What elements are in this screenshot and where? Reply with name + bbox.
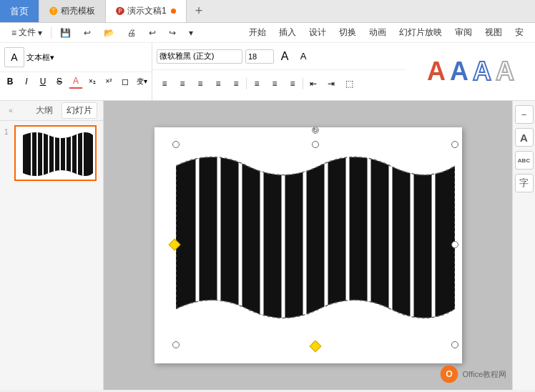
font-color-btn[interactable]: A [69, 74, 83, 89]
indent-less-btn[interactable]: ⇤ [305, 76, 321, 92]
sidebar-tabs: « 大纲 幻灯片 [0, 101, 103, 121]
big-a-solid-red[interactable]: A [427, 59, 446, 84]
bold-btn[interactable]: B [3, 74, 17, 89]
rotation-handle[interactable]: ↻ [312, 127, 319, 134]
tab-presentation[interactable]: 🅟 演示文稿1 [106, 0, 187, 22]
align-divider2 [303, 78, 303, 89]
alignment-row: ≡ ≡ ≡ ≡ ≡ ≡ ≡ ≡ ⇤ ⇥ ⬚ [152, 70, 406, 97]
align-right-btn[interactable]: ≡ [192, 76, 208, 92]
menu-bar: ≡ 文件 ▾ 💾 ↩ 📂 🖨 ↩ ↪ ▾ 开始 插入 设计 切换 动画 幻灯片放… [0, 23, 535, 43]
menu-design[interactable]: 设计 [303, 25, 332, 40]
menu-file[interactable]: ≡ 文件 ▾ [6, 25, 48, 40]
watermark: O Office教程网 [439, 364, 506, 384]
menu-icon: ≡ [11, 28, 16, 38]
menu-file-arrow: ▾ [38, 28, 42, 38]
ppt-icon: 🅟 [116, 6, 124, 16]
wave-stripe-shape [176, 144, 455, 345]
clear-format-btn[interactable]: ◻ [118, 74, 132, 89]
slide-thumb-1[interactable] [14, 125, 97, 181]
quickaccess-redo[interactable]: ↪ [163, 26, 182, 39]
align-dist-btn[interactable]: ≡ [228, 76, 244, 92]
menu-start[interactable]: 开始 [243, 25, 272, 40]
tab-add-button[interactable]: + [187, 0, 212, 22]
tab-home-label: 首页 [10, 5, 29, 18]
align-left-btn[interactable]: ≡ [157, 76, 172, 92]
char-spacing-btn[interactable]: 变▾ [134, 74, 149, 89]
selected-shape[interactable]: ↻ [176, 144, 455, 345]
toolbar-left: A 文本框▾ B I U S A ×₂ ×² ◻ 变▾ [0, 43, 152, 100]
ribbon: ≡ 文件 ▾ 💾 ↩ 📂 🖨 ↩ ↪ ▾ 开始 插入 设计 切换 动画 幻灯片放… [0, 23, 535, 101]
big-a-blue-outline[interactable]: A [473, 59, 491, 84]
quickaccess-print[interactable]: 🖨 [122, 26, 142, 39]
toolbar-right: A A A A [406, 43, 535, 100]
big-a-blue[interactable]: A [450, 59, 468, 84]
quickaccess-undo[interactable]: ↩ [78, 26, 97, 39]
quickaccess-undo2[interactable]: ↩ [143, 26, 162, 39]
font-size-input[interactable] [245, 49, 274, 64]
align-divider [246, 78, 247, 89]
font-size-up-btn[interactable]: A [277, 49, 293, 64]
big-a-gray-outline[interactable]: A [496, 59, 514, 84]
toolbar-middle: A A ≡ ≡ ≡ ≡ ≡ ≡ ≡ ≡ ⇤ ⇥ ⬚ [152, 43, 406, 100]
underline-btn[interactable]: U [36, 74, 50, 89]
template-icon: 🅣 [49, 6, 58, 16]
slide-item-1: 1 [3, 124, 100, 182]
rp-minus-btn[interactable]: − [515, 105, 534, 124]
font-name-input[interactable] [157, 49, 242, 64]
collapse-btn[interactable]: « [6, 106, 16, 116]
quickaccess-save[interactable]: 💾 [54, 26, 77, 39]
handle-top-left[interactable] [172, 141, 180, 148]
toolbar: A 文本框▾ B I U S A ×₂ ×² ◻ 变▾ [0, 43, 535, 100]
menu-animation[interactable]: 动画 [363, 25, 392, 40]
tab-outline[interactable]: 大纲 [31, 103, 57, 118]
handle-bottom-left[interactable] [172, 341, 180, 348]
bullet-btn[interactable]: ≡ [267, 76, 283, 92]
handle-top-right[interactable] [451, 141, 458, 148]
strikethrough-btn[interactable]: S [52, 74, 67, 89]
menu-insert[interactable]: 插入 [273, 25, 302, 40]
font-size-down-btn[interactable]: A [295, 49, 311, 64]
textbox-icon-btn[interactable]: A [4, 47, 24, 67]
handle-bottom-right[interactable] [451, 341, 458, 348]
quickaccess-more[interactable]: ▾ [183, 26, 199, 39]
indent-more-btn[interactable]: ⇥ [323, 76, 339, 92]
align-center-btn[interactable]: ≡ [175, 76, 190, 92]
superscript-btn[interactable]: ×² [102, 74, 116, 89]
menu-file-label: 文件 [19, 26, 36, 39]
quickaccess-open[interactable]: 📂 [98, 26, 120, 39]
subscript-btn[interactable]: ×₂ [85, 74, 99, 89]
tab-presentation-label: 演示文稿1 [127, 5, 167, 17]
line-spacing-btn[interactable]: ≡ [249, 76, 265, 92]
divider [51, 27, 51, 39]
menu-transition[interactable]: 切换 [333, 25, 362, 40]
font-controls: B I U S A ×₂ ×² ◻ 变▾ [0, 72, 152, 90]
tab-template-label: 稻壳模板 [61, 5, 95, 17]
italic-btn[interactable]: I [19, 74, 34, 89]
slide-num-1: 1 [4, 125, 11, 136]
align-justify-btn[interactable]: ≡ [210, 76, 226, 92]
slide-canvas: ↻ [154, 127, 462, 363]
tab-template[interactable]: 🅣 稻壳模板 [39, 0, 106, 22]
tab-bar: 首页 🅣 稻壳模板 🅟 演示文稿1 + [0, 0, 535, 23]
menu-review[interactable]: 审阅 [449, 25, 478, 40]
text-dir-btn[interactable]: ⬚ [341, 76, 357, 92]
menu-view[interactable]: 视图 [479, 25, 508, 40]
handle-mid-right[interactable] [451, 241, 458, 248]
handle-top-center[interactable] [312, 141, 319, 148]
textbox-label[interactable]: 文本框▾ [26, 52, 54, 63]
canvas-area[interactable]: ↻ [104, 101, 512, 390]
menu-more[interactable]: 安 [509, 25, 529, 40]
watermark-text: Office教程网 [462, 369, 506, 380]
tab-slides[interactable]: 幻灯片 [62, 102, 97, 119]
rp-char-btn[interactable]: 字 [515, 174, 534, 192]
main-area: « 大纲 幻灯片 1 [0, 101, 535, 390]
thumb-shape [16, 127, 97, 181]
numbered-btn[interactable]: ≡ [285, 76, 300, 92]
rp-abc-btn[interactable]: ABC [515, 151, 534, 170]
tab-home[interactable]: 首页 [0, 0, 39, 22]
menu-slideshow[interactable]: 幻灯片放映 [393, 25, 448, 40]
slide-thumbnails: 1 [0, 121, 103, 390]
office-logo-icon: O [439, 364, 459, 384]
rp-a-btn[interactable]: A [515, 128, 534, 147]
font-selector-row: A A [152, 43, 406, 70]
